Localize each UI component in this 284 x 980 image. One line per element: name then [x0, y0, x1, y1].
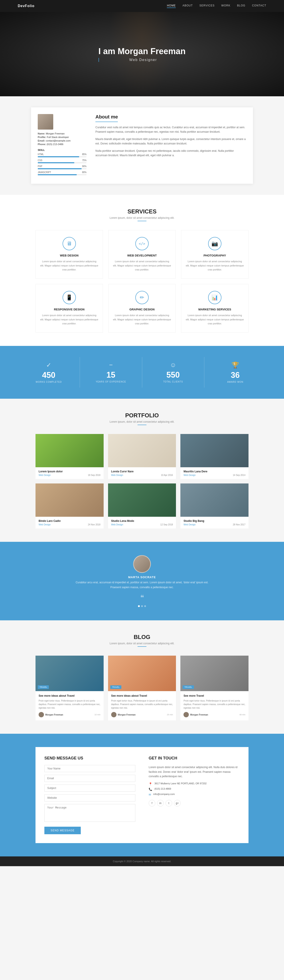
portfolio-info-2: Lorela Curvr Nare Web Design 10 Apr 2016	[108, 467, 176, 479]
service-web-dev[interactable]: </> WEB DEVELOPMENT Lorem ipsum dolor si…	[108, 230, 176, 279]
nav-services[interactable]: SERVICES	[199, 4, 215, 8]
blog-card-2[interactable]: TRAVEL See more ideas about Travel Proin…	[108, 655, 176, 721]
web-design-icon: 🖥	[62, 237, 76, 250]
graphic-desc: Lorem ipsum dolor sit amet consectetur a…	[113, 313, 171, 326]
dot-1[interactable]	[138, 605, 140, 607]
portfolio-thumb-3	[180, 434, 249, 467]
googleplus-icon[interactable]: g+	[174, 800, 180, 807]
dot-3[interactable]	[144, 605, 146, 607]
skill-html: HTML85%	[38, 153, 86, 157]
portfolio-name-1: Lorem Ipsum dolor	[38, 470, 101, 473]
email-icon: ✉	[148, 793, 151, 796]
nav-about[interactable]: ABOUT	[182, 4, 193, 8]
skill-css-bar	[38, 162, 74, 163]
nav-blog[interactable]: BLOG	[237, 4, 246, 8]
portfolio-item-4[interactable]: Bindo Laro Cadiv Web Design 24 Nov 2018	[35, 484, 104, 528]
stat-awards-number: 36	[209, 371, 262, 380]
marketing-title: MARKETING SERVICES	[186, 308, 244, 311]
about-bio-3: Nulla porttitor accumsan tincidunt. Ques…	[96, 149, 246, 158]
service-photography[interactable]: 📷 PHOTOGRAPHY Lorem ipsum dolor sit amet…	[181, 230, 249, 279]
facebook-icon[interactable]: f	[148, 800, 155, 807]
portfolio-info-4: Bindo Laro Cadiv Web Design 24 Nov 2018	[35, 517, 104, 528]
stat-awards-label: AWARD WON	[209, 381, 262, 383]
blog-grid: TRAVEL See more ideas about Travel Proin…	[35, 655, 249, 721]
web-dev-title: WEB DEVELOPMENT	[113, 254, 171, 257]
photography-icon: 📷	[208, 237, 222, 250]
stat-awards: 🏆 36 AWARD WON	[204, 357, 266, 388]
website-input[interactable]	[45, 794, 136, 802]
linkedin-icon[interactable]: in	[157, 800, 164, 807]
blog-excerpt-1: Proin eget tortor risus. Pellentesque in…	[38, 699, 101, 710]
hero-subtitle: Web Designer	[99, 58, 186, 62]
portfolio-date-1: 18 Sep 2018	[88, 474, 101, 476]
service-responsive[interactable]: 📱 RESPONSIVE DESIGN Lorem ipsum dolor si…	[35, 284, 103, 332]
subject-input[interactable]	[45, 784, 136, 792]
responsive-title: RESPONSIVE DESIGN	[40, 308, 98, 311]
blog-thumb-3: TRAVEL	[180, 655, 249, 691]
portfolio-item-5[interactable]: Studio Lena Modo Web Design 12 Sep 2018	[108, 484, 176, 528]
blog-title-3: See more Travel	[183, 694, 246, 697]
contact-email: ✉ info@company.com	[148, 793, 239, 796]
portfolio-cat-4: Web Design	[38, 523, 51, 526]
services-subtitle: Lorem ipsum, dolor sit amet consectetur …	[18, 216, 266, 220]
site-logo[interactable]: DevFolio	[18, 4, 35, 8]
blog-content-3: See more Travel Proin eget tortor risus.…	[180, 691, 249, 721]
blog-section: BLOG Lorem ipsum, dolor sit amet consect…	[0, 620, 284, 734]
dot-2[interactable]	[141, 605, 143, 607]
blog-author-name-1: Morgan Freeman	[45, 714, 63, 716]
blog-card-3[interactable]: TRAVEL See more Travel Proin eget tortor…	[180, 655, 249, 721]
message-textarea[interactable]	[45, 804, 136, 822]
email-label: Email: contact@example.com	[38, 139, 86, 142]
portfolio-thumb-5	[108, 484, 176, 517]
quote-icon: ❝	[18, 593, 266, 602]
name-input[interactable]	[45, 765, 136, 772]
smile-icon: ☺	[147, 361, 200, 369]
message-field-wrap	[45, 804, 136, 823]
stat-experience: − 15 YEARS OF EXPERIENCE	[80, 357, 142, 388]
hero-section: I am Morgan Freeman Web Designer	[0, 12, 284, 96]
send-message-button[interactable]: Send Message	[45, 827, 81, 834]
stat-experience-label: YEARS OF EXPERIENCE	[84, 380, 137, 383]
about-bio-2: Mauris blandit aliquet elit, eget tincid…	[96, 137, 246, 146]
about-heading: About me	[96, 114, 118, 122]
blog-date-3: 48 min	[239, 714, 246, 716]
blog-author-row-2: Morgan Freeman 25 min	[111, 712, 173, 717]
skill-php: PHP90%	[38, 165, 86, 169]
portfolio-thumb-4	[35, 484, 104, 517]
portfolio-item-3[interactable]: Mauritis Lana Dere Web Design 14 Sep 201…	[180, 434, 249, 479]
avatar-image	[38, 114, 53, 130]
minus-icon: −	[84, 361, 137, 369]
email-input[interactable]	[45, 775, 136, 782]
testimonial-section: MARTA SOCRATE Curabitur arcu erat, accum…	[0, 542, 284, 620]
testimonial-name: MARTA SOCRATE	[18, 576, 266, 579]
portfolio-cat-2: Web Design	[111, 474, 123, 476]
marketing-desc: Lorem ipsum dolor sit amet consectetur a…	[186, 313, 244, 326]
portfolio-info-5: Studio Lena Modo Web Design 12 Sep 2018	[108, 517, 176, 528]
responsive-desc: Lorem ipsum dolor sit amet consectetur a…	[40, 313, 98, 326]
testimonial-avatar	[133, 555, 151, 573]
contact-address: 📍 3617 Mulberry Lane NE PORTLAND, OR 972…	[148, 782, 239, 786]
web-design-title: WEB DESIGN	[40, 254, 98, 257]
services-grid: 🖥 WEB DESIGN Lorem ipsum dolor sit amet …	[35, 230, 249, 332]
portfolio-title: PORTFOLIO	[18, 412, 266, 419]
nav-home[interactable]: HOME	[167, 4, 176, 8]
navbar: DevFolio HOME ABOUT SERVICES WORK BLOG C…	[0, 0, 284, 12]
portfolio-name-5: Studio Lena Modo	[111, 519, 173, 522]
testimonial-text: Curabitur arcu erat, accumsan id imperdi…	[75, 580, 209, 590]
service-web-design[interactable]: 🖥 WEB DESIGN Lorem ipsum dolor sit amet …	[35, 230, 103, 279]
nav-work[interactable]: WORK	[221, 4, 230, 8]
portfolio-item-2[interactable]: Lorela Curvr Nare Web Design 10 Apr 2016	[108, 434, 176, 479]
service-graphic[interactable]: ✏ GRAPHIC DESIGN Lorem ipsum dolor sit a…	[108, 284, 176, 332]
blog-content-2: See more ideas about Travel Proin eget t…	[108, 691, 176, 721]
about-left-panel: Name: Morgan Freeman Profile: Full Stack…	[38, 114, 86, 177]
name-label: Name: Morgan Freeman	[38, 132, 86, 135]
nav-contact[interactable]: CONTACT	[252, 4, 266, 8]
portfolio-item-6[interactable]: Studio Big Bang Web Design 28 Nov 2017	[180, 484, 249, 528]
marketing-icon: 📊	[208, 291, 222, 304]
service-marketing[interactable]: 📊 MARKETING SERVICES Lorem ipsum dolor s…	[181, 284, 249, 332]
blog-card-1[interactable]: TRAVEL See more ideas about Travel Proin…	[35, 655, 104, 721]
twitter-icon[interactable]: t	[166, 800, 172, 807]
portfolio-item-1[interactable]: Lorem Ipsum dolor Web Design 18 Sep 2018	[35, 434, 104, 479]
portfolio-thumb-1	[35, 434, 104, 467]
phone-label: Phone: (615) 213-3486	[38, 143, 86, 146]
